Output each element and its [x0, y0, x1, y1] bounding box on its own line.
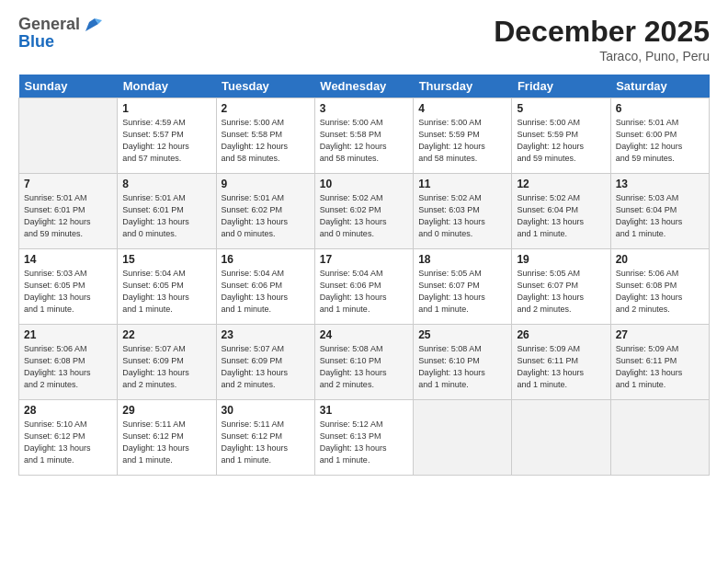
day-cell: 12Sunrise: 5:02 AMSunset: 6:04 PMDayligh…: [512, 174, 610, 249]
week-row-2: 7Sunrise: 5:01 AMSunset: 6:01 PMDaylight…: [19, 174, 710, 249]
day-info: Sunrise: 5:02 AMSunset: 6:02 PMDaylight:…: [320, 192, 408, 240]
day-number: 28: [24, 404, 112, 417]
day-number: 23: [222, 328, 310, 341]
day-number: 21: [24, 328, 112, 341]
day-info: Sunrise: 5:01 AMSunset: 6:01 PMDaylight:…: [24, 192, 112, 240]
week-row-1: 1Sunrise: 4:59 AMSunset: 5:57 PMDaylight…: [19, 98, 710, 174]
day-cell: 17Sunrise: 5:04 AMSunset: 6:06 PMDayligh…: [314, 249, 413, 325]
day-number: 7: [24, 178, 112, 190]
day-cell: [414, 400, 512, 476]
day-cell: 30Sunrise: 5:11 AMSunset: 6:12 PMDayligh…: [216, 400, 314, 476]
day-info: Sunrise: 5:07 AMSunset: 6:09 PMDaylight:…: [122, 343, 210, 391]
logo: General Blue: [18, 15, 102, 52]
day-info: Sunrise: 5:02 AMSunset: 6:04 PMDaylight:…: [517, 192, 605, 240]
day-info: Sunrise: 5:05 AMSunset: 6:07 PMDaylight:…: [418, 268, 506, 316]
day-cell: 28Sunrise: 5:10 AMSunset: 6:12 PMDayligh…: [19, 400, 118, 476]
day-number: 8: [122, 178, 210, 190]
week-row-5: 28Sunrise: 5:10 AMSunset: 6:12 PMDayligh…: [19, 400, 710, 476]
day-cell: [19, 98, 118, 174]
day-number: 10: [320, 178, 408, 190]
day-cell: 31Sunrise: 5:12 AMSunset: 6:13 PMDayligh…: [314, 400, 413, 476]
day-cell: 20Sunrise: 5:06 AMSunset: 6:08 PMDayligh…: [610, 249, 709, 325]
day-number: 20: [616, 253, 704, 266]
day-number: 18: [418, 253, 506, 266]
day-info: Sunrise: 5:01 AMSunset: 6:02 PMDaylight:…: [222, 192, 310, 240]
col-header-friday: Friday: [512, 75, 610, 98]
day-cell: 18Sunrise: 5:05 AMSunset: 6:07 PMDayligh…: [414, 249, 512, 325]
day-cell: 22Sunrise: 5:07 AMSunset: 6:09 PMDayligh…: [118, 325, 216, 400]
day-cell: 3Sunrise: 5:00 AMSunset: 5:58 PMDaylight…: [314, 98, 413, 174]
col-header-saturday: Saturday: [610, 75, 709, 98]
day-number: 3: [320, 102, 408, 115]
day-cell: 11Sunrise: 5:02 AMSunset: 6:03 PMDayligh…: [414, 174, 512, 249]
day-cell: 5Sunrise: 5:00 AMSunset: 5:59 PMDaylight…: [512, 98, 610, 174]
day-info: Sunrise: 5:11 AMSunset: 6:12 PMDaylight:…: [222, 419, 310, 466]
calendar-table: SundayMondayTuesdayWednesdayThursdayFrid…: [18, 75, 710, 476]
day-info: Sunrise: 5:00 AMSunset: 5:59 PMDaylight:…: [517, 117, 605, 165]
day-cell: 16Sunrise: 5:04 AMSunset: 6:06 PMDayligh…: [216, 249, 314, 325]
week-row-3: 14Sunrise: 5:03 AMSunset: 6:05 PMDayligh…: [19, 249, 710, 325]
main-container: General Blue December 2025 Taraco, Puno,…: [0, 0, 728, 485]
day-number: 31: [320, 404, 408, 417]
day-info: Sunrise: 5:12 AMSunset: 6:13 PMDaylight:…: [320, 419, 408, 466]
day-number: 6: [616, 102, 704, 115]
day-cell: 7Sunrise: 5:01 AMSunset: 6:01 PMDaylight…: [19, 174, 118, 249]
week-row-4: 21Sunrise: 5:06 AMSunset: 6:08 PMDayligh…: [19, 325, 710, 400]
day-info: Sunrise: 5:04 AMSunset: 6:06 PMDaylight:…: [222, 268, 310, 316]
day-cell: 19Sunrise: 5:05 AMSunset: 6:07 PMDayligh…: [512, 249, 610, 325]
day-number: 25: [418, 328, 506, 341]
day-info: Sunrise: 5:05 AMSunset: 6:07 PMDaylight:…: [517, 268, 605, 316]
day-number: 24: [320, 328, 408, 341]
day-info: Sunrise: 5:01 AMSunset: 6:01 PMDaylight:…: [122, 192, 210, 240]
header-row: SundayMondayTuesdayWednesdayThursdayFrid…: [19, 75, 710, 98]
day-info: Sunrise: 5:03 AMSunset: 6:04 PMDaylight:…: [616, 192, 704, 240]
day-cell: [512, 400, 610, 476]
day-info: Sunrise: 5:01 AMSunset: 6:00 PMDaylight:…: [616, 117, 704, 165]
day-cell: 2Sunrise: 5:00 AMSunset: 5:58 PMDaylight…: [216, 98, 314, 174]
day-info: Sunrise: 5:09 AMSunset: 6:11 PMDaylight:…: [517, 343, 605, 391]
day-info: Sunrise: 5:08 AMSunset: 6:10 PMDaylight:…: [320, 343, 408, 391]
day-number: 12: [517, 178, 605, 190]
day-info: Sunrise: 5:04 AMSunset: 6:06 PMDaylight:…: [320, 268, 408, 316]
day-cell: 25Sunrise: 5:08 AMSunset: 6:10 PMDayligh…: [414, 325, 512, 400]
day-cell: 4Sunrise: 5:00 AMSunset: 5:59 PMDaylight…: [414, 98, 512, 174]
day-number: 2: [222, 102, 310, 115]
day-number: 17: [320, 253, 408, 266]
day-info: Sunrise: 5:02 AMSunset: 6:03 PMDaylight:…: [418, 192, 506, 240]
day-number: 4: [418, 102, 506, 115]
header: General Blue December 2025 Taraco, Puno,…: [18, 15, 710, 63]
day-number: 9: [222, 178, 310, 190]
day-number: 29: [122, 404, 210, 417]
day-cell: 13Sunrise: 5:03 AMSunset: 6:04 PMDayligh…: [610, 174, 709, 249]
col-header-monday: Monday: [118, 75, 216, 98]
month-title: December 2025: [494, 15, 710, 49]
col-header-thursday: Thursday: [414, 75, 512, 98]
title-block: December 2025 Taraco, Puno, Peru: [494, 15, 710, 63]
col-header-wednesday: Wednesday: [314, 75, 413, 98]
day-number: 5: [517, 102, 605, 115]
day-cell: 1Sunrise: 4:59 AMSunset: 5:57 PMDaylight…: [118, 98, 216, 174]
day-info: Sunrise: 5:09 AMSunset: 6:11 PMDaylight:…: [616, 343, 704, 391]
day-number: 30: [222, 404, 310, 417]
day-info: Sunrise: 5:00 AMSunset: 5:58 PMDaylight:…: [222, 117, 310, 165]
day-cell: 8Sunrise: 5:01 AMSunset: 6:01 PMDaylight…: [118, 174, 216, 249]
day-number: 11: [418, 178, 506, 190]
day-number: 19: [517, 253, 605, 266]
day-number: 1: [122, 102, 210, 115]
day-info: Sunrise: 5:06 AMSunset: 6:08 PMDaylight:…: [24, 343, 112, 391]
day-info: Sunrise: 5:06 AMSunset: 6:08 PMDaylight:…: [616, 268, 704, 316]
day-cell: 10Sunrise: 5:02 AMSunset: 6:02 PMDayligh…: [314, 174, 413, 249]
logo-icon: [82, 15, 102, 35]
day-info: Sunrise: 5:04 AMSunset: 6:05 PMDaylight:…: [122, 268, 210, 316]
day-cell: 21Sunrise: 5:06 AMSunset: 6:08 PMDayligh…: [19, 325, 118, 400]
day-info: Sunrise: 5:11 AMSunset: 6:12 PMDaylight:…: [122, 419, 210, 466]
logo-blue-text: Blue: [18, 33, 102, 52]
day-info: Sunrise: 5:10 AMSunset: 6:12 PMDaylight:…: [24, 419, 112, 466]
col-header-sunday: Sunday: [19, 75, 118, 98]
day-cell: 9Sunrise: 5:01 AMSunset: 6:02 PMDaylight…: [216, 174, 314, 249]
day-cell: 14Sunrise: 5:03 AMSunset: 6:05 PMDayligh…: [19, 249, 118, 325]
day-cell: 24Sunrise: 5:08 AMSunset: 6:10 PMDayligh…: [314, 325, 413, 400]
logo-general-text: General: [18, 16, 80, 34]
day-info: Sunrise: 5:08 AMSunset: 6:10 PMDaylight:…: [418, 343, 506, 391]
day-number: 15: [122, 253, 210, 266]
